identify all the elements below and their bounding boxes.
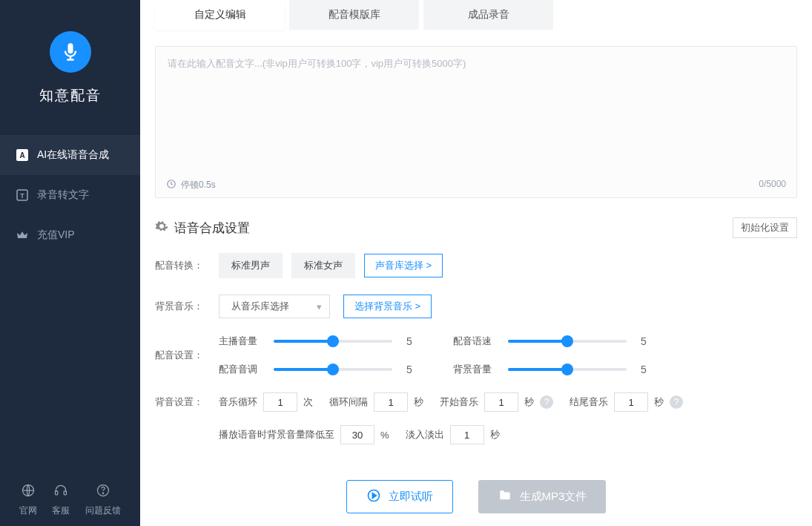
slider-value: 5 — [403, 364, 416, 375]
slider-dub-speed: 配音语速 5 — [453, 335, 650, 348]
tts-text-input[interactable] — [156, 47, 796, 180]
row-bgm: 背景音乐： 从音乐库选择 ▾ 选择背景音乐 > — [155, 295, 797, 318]
tab-custom-edit[interactable]: 自定义编辑 — [155, 0, 285, 30]
slider-thumb[interactable] — [327, 335, 339, 347]
slider-track[interactable] — [508, 340, 627, 343]
field-label: 播放语音时背景音量降低至 — [219, 428, 334, 441]
lower-volume-input[interactable] — [340, 425, 374, 444]
loop-count-input[interactable] — [263, 392, 297, 412]
slider-label: 配音语速 — [453, 335, 498, 348]
slider-track[interactable] — [274, 368, 392, 371]
svg-rect-0 — [67, 43, 73, 53]
slider-label: 主播音量 — [219, 335, 263, 348]
settings-body: 配音转换： 标准男声 标准女声 声音库选择 > 背景音乐： 从音乐库选择 ▾ 选… — [155, 253, 797, 461]
generate-mp3-button[interactable]: 生成MP3文件 — [478, 480, 607, 513]
slider-grid: 主播音量 5 配音语速 5 配音音调 5 背景音量 5 — [219, 335, 797, 376]
slider-value: 5 — [403, 335, 416, 347]
field-label: 开始音乐 — [440, 395, 478, 409]
slider-thumb[interactable] — [561, 335, 573, 347]
preview-label: 立即试听 — [389, 490, 433, 504]
field-start-music: 开始音乐 秒 ? — [440, 392, 553, 412]
editor-footer: 停顿0.5s 0/5000 — [166, 179, 786, 191]
choose-bgm-button[interactable]: 选择背景音乐 > — [343, 295, 432, 318]
tab-bar: 自定义编辑 配音模版库 成品录音 — [155, 0, 797, 33]
generate-label: 生成MP3文件 — [520, 490, 587, 504]
app-logo-icon — [50, 31, 91, 73]
footer-feedback[interactable]: 问题反馈 — [85, 483, 121, 517]
unit-label: 秒 — [414, 395, 423, 409]
field-fade: 淡入淡出 秒 — [406, 425, 500, 444]
insert-pause-button[interactable]: 停顿0.5s — [166, 179, 216, 191]
sidebar: 知意配音 A AI在线语音合成 T 录音转文字 充值VIP 官网 客服 问题反馈 — [0, 0, 140, 526]
svg-text:A: A — [19, 151, 24, 160]
label-voice: 配音转换： — [155, 259, 219, 272]
field-label: 结尾音乐 — [570, 395, 608, 409]
action-bar: 立即试听 生成MP3文件 — [155, 461, 797, 526]
slider-label: 配音音调 — [219, 363, 263, 376]
help-icon[interactable]: ? — [540, 395, 553, 409]
tab-template-lib[interactable]: 配音模版库 — [289, 0, 419, 30]
chevron-down-icon: ▾ — [317, 301, 322, 312]
footer-support[interactable]: 客服 — [52, 483, 70, 517]
sidebar-nav: A AI在线语音合成 T 录音转文字 充值VIP — [0, 126, 140, 255]
sidebar-item-stt[interactable]: T 录音转文字 — [0, 175, 140, 215]
fade-input[interactable] — [450, 425, 484, 444]
slider-thumb[interactable] — [327, 364, 339, 375]
slider-value: 5 — [637, 364, 650, 375]
slider-value: 5 — [637, 335, 650, 347]
slider-label: 背景音量 — [453, 363, 498, 376]
row-dub: 配音设置： 主播音量 5 配音语速 5 配音音调 5 — [155, 335, 797, 376]
field-label: 音乐循环 — [219, 395, 257, 409]
option-male-voice[interactable]: 标准男声 — [219, 253, 283, 278]
folder-icon — [498, 489, 512, 504]
label-bg-settings: 背音设置： — [155, 395, 219, 409]
clock-icon — [166, 179, 176, 191]
reset-settings-button[interactable]: 初始化设置 — [733, 217, 797, 238]
choose-voice-button[interactable]: 声音库选择 > — [364, 254, 443, 277]
slider-thumb[interactable] — [561, 364, 573, 375]
field-label: 淡入淡出 — [406, 428, 444, 441]
help-icon[interactable]: ? — [670, 395, 683, 409]
slider-anchor-volume: 主播音量 5 — [219, 335, 416, 348]
footer-website[interactable]: 官网 — [19, 483, 37, 517]
label-bgm: 背景音乐： — [155, 300, 219, 313]
unit-label: 秒 — [524, 395, 534, 409]
field-music-loop: 音乐循环 次 — [219, 392, 313, 412]
pause-label: 停顿0.5s — [181, 179, 216, 191]
unit-label: 秒 — [654, 395, 664, 409]
globe-icon — [21, 483, 36, 500]
bgm-select[interactable]: 从音乐库选择 ▾ — [219, 295, 330, 318]
footer-label: 客服 — [52, 504, 70, 517]
footer-label: 官网 — [19, 504, 37, 517]
tab-recordings[interactable]: 成品录音 — [423, 0, 553, 30]
help-icon — [96, 483, 110, 500]
bgm-select-value: 从音乐库选择 — [231, 300, 289, 313]
label-dub: 配音设置： — [155, 349, 219, 362]
unit-label: 秒 — [490, 428, 500, 441]
ai-icon: A — [16, 149, 28, 161]
footer-label: 问题反馈 — [85, 504, 121, 517]
end-music-input[interactable] — [614, 392, 648, 412]
headset-icon — [53, 483, 68, 500]
sidebar-item-label: AI在线语音合成 — [37, 148, 109, 162]
field-lower-volume: 播放语音时背景音量降低至 % — [219, 425, 389, 444]
settings-header: 语音合成设置 初始化设置 — [155, 217, 797, 238]
preview-button[interactable]: 立即试听 — [346, 480, 453, 513]
logo-section: 知意配音 — [0, 0, 140, 126]
slider-track[interactable] — [508, 368, 627, 371]
option-female-voice[interactable]: 标准女声 — [291, 253, 355, 278]
row-voice: 配音转换： 标准男声 标准女声 声音库选择 > — [155, 253, 797, 278]
start-music-input[interactable] — [484, 392, 518, 412]
sidebar-item-vip[interactable]: 充值VIP — [0, 215, 140, 255]
sidebar-item-tts[interactable]: A AI在线语音合成 — [0, 135, 140, 175]
app-title: 知意配音 — [0, 86, 140, 105]
transcribe-icon: T — [16, 189, 28, 201]
unit-label: % — [380, 430, 389, 441]
field-label: 循环间隔 — [329, 395, 368, 409]
char-counter: 0/5000 — [759, 179, 786, 191]
slider-dub-pitch: 配音音调 5 — [219, 363, 416, 376]
play-icon — [366, 488, 381, 505]
slider-track[interactable] — [274, 340, 392, 343]
svg-rect-7 — [65, 491, 67, 495]
loop-interval-input[interactable] — [374, 392, 408, 412]
